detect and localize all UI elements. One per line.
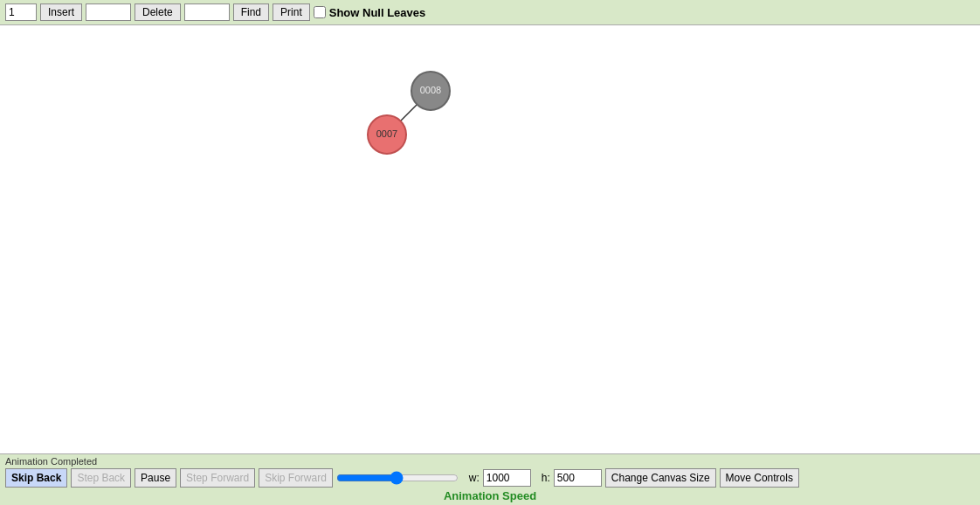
delete-input[interactable] <box>86 3 131 21</box>
tree-svg: 00080007 <box>0 25 980 453</box>
print-button[interactable]: Print <box>273 3 310 21</box>
canvas-h-label: h: <box>542 472 550 484</box>
move-controls-button[interactable]: Move Controls <box>720 468 799 488</box>
skip-back-button[interactable]: Skip Back <box>5 468 67 488</box>
show-null-leaves-text: Show Null Leaves <box>329 6 426 19</box>
find-button[interactable]: Find <box>233 3 269 21</box>
step-back-button[interactable]: Step Back <box>71 468 131 488</box>
find-input[interactable] <box>184 3 230 21</box>
animation-speed-label: Animation Speed <box>5 489 975 505</box>
pause-button[interactable]: Pause <box>135 468 176 488</box>
speed-slider-container <box>336 470 459 486</box>
show-null-leaves-checkbox[interactable] <box>314 6 326 18</box>
status-text: Animation Completed <box>5 456 975 468</box>
canvas-w-label: w: <box>469 472 480 484</box>
change-canvas-size-button[interactable]: Change Canvas Size <box>605 468 716 488</box>
canvas-h-input[interactable] <box>554 469 602 487</box>
svg-text:0008: 0008 <box>420 85 441 95</box>
status-bar: Animation Completed Skip Back Step Back … <box>0 453 980 505</box>
toolbar: 1 Insert Delete Find Print Show Null Lea… <box>0 0 980 25</box>
show-null-leaves-label[interactable]: Show Null Leaves <box>314 6 426 19</box>
insert-button[interactable]: Insert <box>40 3 82 21</box>
svg-text:0007: 0007 <box>376 128 397 139</box>
delete-button[interactable]: Delete <box>135 3 181 21</box>
insert-input[interactable]: 1 <box>5 3 37 21</box>
skip-forward-button[interactable]: Skip Forward <box>259 468 333 488</box>
step-forward-button[interactable]: Step Forward <box>180 468 255 488</box>
canvas-area: 00080007 <box>0 25 980 453</box>
speed-slider[interactable] <box>336 470 459 486</box>
canvas-w-input[interactable] <box>483 469 531 487</box>
bottom-controls: Skip Back Step Back Pause Step Forward S… <box>5 468 975 489</box>
